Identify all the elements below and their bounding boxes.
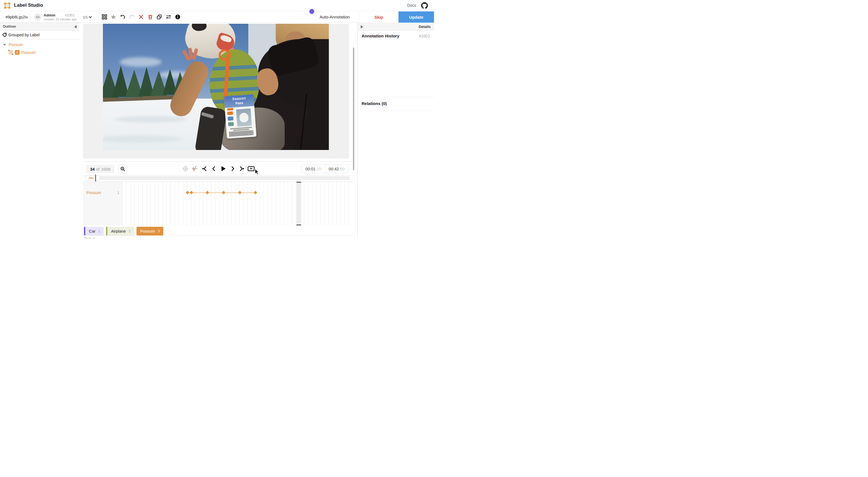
time-indicators: 00:01:10 00:42:00 <box>302 165 348 173</box>
divider <box>358 97 434 97</box>
timeline-minimap[interactable] <box>85 176 349 180</box>
label-name: Airplane <box>111 229 126 234</box>
video-frame[interactable]: Season Pass <box>103 24 329 150</box>
details-title: Details <box>418 25 431 29</box>
prev-keyframe-icon[interactable] <box>202 166 208 172</box>
prev-frame-icon[interactable] <box>211 166 217 172</box>
main-scrollbar[interactable] <box>353 47 354 170</box>
badge-accent <box>227 108 234 111</box>
region-index-badge: 1 <box>15 50 20 55</box>
frame-total: 1008 <box>101 167 110 171</box>
user-avatar[interactable]: AD <box>34 13 41 21</box>
label-color-bar <box>106 227 107 235</box>
details-header: Details <box>358 23 434 31</box>
minimap-keyframes <box>89 178 93 178</box>
region-label: Possum <box>21 50 36 55</box>
keyframe-remove-icon[interactable] <box>191 166 198 172</box>
auto-annotation-label: Auto-Annotation <box>320 14 350 19</box>
frame-options-icon[interactable] <box>247 166 255 172</box>
undo-icon[interactable] <box>120 14 125 20</box>
track-label[interactable]: Possum <box>86 191 101 195</box>
video-cloud <box>120 57 162 67</box>
group-label: Possum <box>9 42 23 47</box>
label-name: Possum <box>141 229 155 234</box>
info-icon[interactable] <box>175 14 180 20</box>
settings-sliders-icon[interactable] <box>166 14 171 20</box>
region-type-icon <box>9 50 13 55</box>
label-studio-app: Label Studio Docs #9pb8Lgs2iv AD Admin #… <box>0 0 434 238</box>
outliner-panel: Outliner Grouped by Label Possum 1 Possu… <box>0 23 81 238</box>
label-name: Car <box>89 229 95 234</box>
badge-photo <box>236 108 252 127</box>
user-name: Admin <box>43 13 55 17</box>
annotation-pager: 1/1 <box>83 15 88 19</box>
grouping-selector[interactable]: Grouped by Label <box>0 31 80 39</box>
tree-expand-icon[interactable] <box>3 44 6 46</box>
collapse-panel-icon[interactable] <box>74 25 76 29</box>
timeline-label-column: Possum 1 <box>83 182 122 226</box>
keyframe-add-icon[interactable] <box>182 166 188 172</box>
star-icon[interactable] <box>111 14 116 20</box>
annotation-history-title: Annotation History <box>362 34 399 38</box>
badge-logo <box>227 111 233 115</box>
label-chip-car[interactable]: Car 1 <box>84 227 104 235</box>
minimap-playhead[interactable] <box>95 175 96 181</box>
play-button-icon[interactable] <box>220 165 226 172</box>
github-icon[interactable] <box>421 2 428 9</box>
timeline-grid[interactable] <box>122 182 349 226</box>
outliner-title: Outliner <box>3 25 16 29</box>
label-hotkey: 2 <box>129 229 131 233</box>
video-snow-shade <box>114 116 187 123</box>
label-studio-logo-icon[interactable] <box>4 2 11 9</box>
minimap-window[interactable] <box>85 176 99 180</box>
reject-cross-icon[interactable] <box>138 14 144 20</box>
trash-icon[interactable] <box>148 14 153 20</box>
time-duration: 00:42:00 <box>325 167 348 171</box>
frame-of-label: of <box>96 167 100 171</box>
chevron-down-icon[interactable] <box>88 15 92 19</box>
zoom-in-button[interactable] <box>118 164 127 174</box>
badge-logo <box>228 116 234 121</box>
frame-current: 34 <box>90 167 95 171</box>
label-picker: Car 1 Airplane 2 Possum 3 <box>84 227 163 235</box>
track-count: 1 <box>117 191 119 195</box>
annotation-id: #1001 <box>65 13 75 17</box>
task-id: #9pb8Lgs2iv <box>6 15 28 19</box>
label-color-bar <box>84 227 85 235</box>
label-chip-possum-selected[interactable]: Possum 3 <box>136 227 163 235</box>
frame-counter[interactable]: 34 of 1008 <box>86 165 114 173</box>
annotation-history-id: #1001 <box>419 34 430 38</box>
video-stage: Season Pass <box>83 24 349 159</box>
outliner-header: Outliner <box>0 23 80 31</box>
update-button[interactable]: Update <box>399 11 434 23</box>
mouse-cursor <box>255 169 260 175</box>
auto-annotation-toggle[interactable] <box>304 8 317 14</box>
label-hotkey: 3 <box>158 229 160 233</box>
next-keyframe-icon[interactable] <box>239 166 245 172</box>
label-hotkey: 1 <box>98 229 100 233</box>
time-position[interactable]: 00:01:10 <box>302 167 325 171</box>
expand-panel-icon[interactable] <box>361 25 363 29</box>
tag-icon <box>2 33 7 37</box>
current-frame-indicator[interactable] <box>297 182 301 226</box>
details-panel: Details Annotation History #1001 Relatio… <box>358 23 434 238</box>
copy-annotation-icon[interactable] <box>157 14 162 20</box>
badge-logo <box>228 122 234 126</box>
annotation-created: created, 23 minutes ago <box>43 18 76 21</box>
skip-button[interactable]: Skip <box>359 11 399 23</box>
next-frame-icon[interactable] <box>229 166 236 172</box>
magnifier-plus-icon <box>120 166 125 171</box>
video-controls-bar: 34 of 1008 <box>83 162 353 175</box>
divider <box>98 11 99 23</box>
toggle-knob <box>309 9 314 14</box>
outliner-region-possum[interactable]: 1 Possum <box>0 49 80 57</box>
outliner-group-possum[interactable]: Possum <box>0 42 80 48</box>
docs-link[interactable]: Docs <box>407 3 416 7</box>
divider <box>30 11 30 23</box>
grouping-label: Grouped by Label <box>8 33 39 37</box>
label-chip-airplane[interactable]: Airplane 2 <box>106 227 134 235</box>
redo-icon[interactable] <box>129 14 134 20</box>
relations-title: Relations (0) <box>362 101 387 106</box>
task-number-label: Task # <box>84 237 95 238</box>
grid-view-icon[interactable] <box>102 14 107 20</box>
